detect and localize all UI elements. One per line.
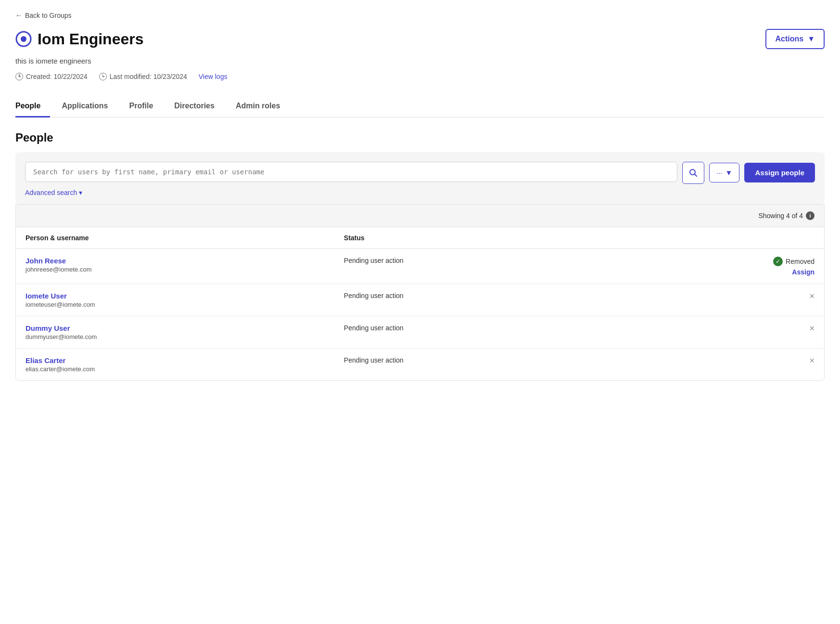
- col-status: Status: [334, 227, 611, 249]
- table-row: Iomete User iometeuser@iomete.com Pendin…: [16, 284, 824, 316]
- table-row: Elias Carter elias.carter@iomete.com Pen…: [16, 348, 824, 380]
- more-dots: ···: [716, 169, 723, 177]
- people-table: Person & username Status John Reese john…: [16, 227, 824, 380]
- search-icon: [689, 169, 698, 177]
- person-name[interactable]: Elias Carter: [25, 356, 325, 364]
- chevron-down-icon: ▼: [725, 169, 733, 177]
- back-link[interactable]: ← Back to Groups: [15, 12, 825, 19]
- page-title: Iom Engineers: [38, 30, 144, 48]
- person-cell: Dummy User dummyuser@iomete.com: [16, 316, 334, 348]
- search-input[interactable]: [25, 162, 677, 182]
- remove-button[interactable]: ×: [809, 291, 815, 301]
- removed-label: Removed: [786, 258, 815, 265]
- search-row: ··· ▼ Assign people: [25, 162, 815, 184]
- person-cell: John Reese johnreese@iomete.com: [16, 248, 334, 284]
- created-text: Created: 10/22/2024: [26, 73, 88, 80]
- remove-button[interactable]: ×: [809, 356, 815, 365]
- modified-text: Last modified: 10/23/2024: [110, 73, 187, 80]
- status-text: Pending user action: [344, 292, 404, 299]
- tab-admin-roles[interactable]: Admin roles: [236, 96, 290, 117]
- col-person: Person & username: [16, 227, 334, 249]
- svg-point-1: [21, 36, 26, 42]
- search-input-wrapper: [25, 162, 677, 183]
- check-icon: ✓: [773, 257, 783, 266]
- table-row: John Reese johnreese@iomete.com Pending …: [16, 248, 824, 284]
- actions-button[interactable]: Actions ▼: [765, 29, 825, 49]
- remove-button[interactable]: ×: [809, 324, 815, 333]
- table-wrapper: Showing 4 of 4 i Person & username Statu…: [15, 204, 825, 381]
- status-cell: Pending user action: [334, 316, 611, 348]
- status-text: Pending user action: [344, 257, 404, 264]
- svg-line-3: [695, 174, 697, 176]
- status-text: Pending user action: [344, 324, 404, 332]
- table-header-row: Person & username Status: [16, 227, 824, 249]
- person-cell: Elias Carter elias.carter@iomete.com: [16, 348, 334, 380]
- person-email: iometeuser@iomete.com: [25, 301, 325, 308]
- person-email: elias.carter@iomete.com: [25, 365, 325, 373]
- person-email: dummyuser@iomete.com: [25, 333, 325, 340]
- tab-applications[interactable]: Applications: [62, 96, 117, 117]
- group-icon: [15, 31, 32, 47]
- status-cell: Pending user action: [334, 248, 611, 284]
- status-cell: Pending user action: [334, 348, 611, 380]
- arrow-left-icon: ←: [15, 12, 22, 19]
- info-icon[interactable]: i: [806, 211, 815, 220]
- status-cell: Pending user action: [334, 284, 611, 316]
- page-header: Iom Engineers Actions ▼: [15, 29, 825, 49]
- title-wrapper: Iom Engineers: [15, 30, 144, 48]
- person-email: johnreese@iomete.com: [25, 266, 325, 273]
- person-name[interactable]: Iomete User: [25, 292, 325, 300]
- tabs: People Applications Profile Directories …: [15, 96, 825, 117]
- clock-icon-modified: [99, 73, 107, 80]
- people-section-title: People: [15, 131, 825, 144]
- advanced-search-label: Advanced search ▾: [25, 189, 815, 196]
- person-name[interactable]: Dummy User: [25, 324, 325, 332]
- clock-icon-created: [15, 73, 23, 80]
- more-options-button[interactable]: ··· ▼: [709, 163, 739, 182]
- person-name[interactable]: John Reese: [25, 257, 325, 265]
- modified-info: Last modified: 10/23/2024: [99, 73, 187, 80]
- tab-people[interactable]: People: [15, 96, 50, 117]
- action-cell: ✓ Removed Assign: [611, 248, 824, 284]
- advanced-search-toggle[interactable]: Advanced search ▾: [25, 189, 815, 196]
- showing-row: Showing 4 of 4 i: [16, 205, 824, 227]
- action-cell: ×: [611, 316, 824, 348]
- status-text: Pending user action: [344, 356, 404, 364]
- assign-people-button[interactable]: Assign people: [744, 163, 815, 182]
- action-cell: ×: [611, 348, 824, 380]
- removed-badge: ✓ Removed: [773, 257, 815, 266]
- showing-text: Showing 4 of 4: [758, 212, 803, 220]
- view-logs-link[interactable]: View logs: [199, 73, 228, 80]
- actions-label: Actions: [775, 35, 803, 43]
- group-description: this is iomete engineers: [15, 57, 825, 65]
- action-cell: ×: [611, 284, 824, 316]
- col-action: [611, 227, 824, 249]
- back-link-label: Back to Groups: [25, 12, 72, 19]
- meta-info: Created: 10/22/2024 Last modified: 10/23…: [15, 73, 825, 80]
- tab-directories[interactable]: Directories: [174, 96, 224, 117]
- table-row: Dummy User dummyuser@iomete.com Pending …: [16, 316, 824, 348]
- chevron-down-icon: ▼: [807, 35, 815, 43]
- search-button[interactable]: [682, 162, 704, 184]
- search-container: ··· ▼ Assign people Advanced search ▾: [15, 152, 825, 204]
- assign-link[interactable]: Assign: [621, 268, 815, 276]
- tab-profile[interactable]: Profile: [129, 96, 163, 117]
- created-info: Created: 10/22/2024: [15, 73, 88, 80]
- person-cell: Iomete User iometeuser@iomete.com: [16, 284, 334, 316]
